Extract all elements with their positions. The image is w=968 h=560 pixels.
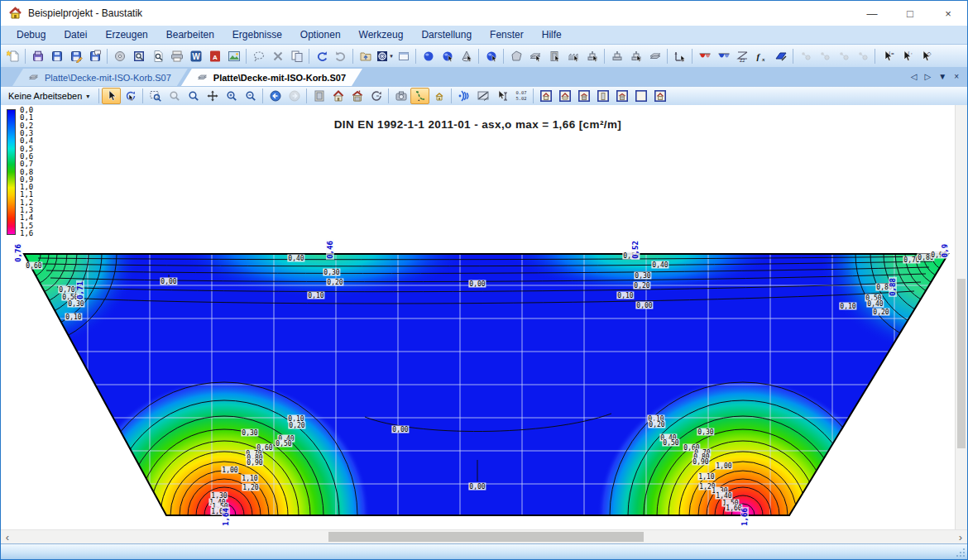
moment-diagram-button[interactable] bbox=[695, 47, 714, 65]
scroll-right-arrow-icon[interactable]: › bbox=[954, 530, 967, 543]
horizontal-scrollbar[interactable]: ‹ › bbox=[1, 529, 967, 543]
open-project-button[interactable] bbox=[28, 47, 47, 65]
menu-item-werkzeug[interactable]: Werkzeug bbox=[350, 29, 413, 41]
export-pdf-button[interactable]: A bbox=[205, 47, 224, 65]
arrange-windows-button[interactable] bbox=[394, 47, 413, 65]
vertical-scrollbar[interactable] bbox=[955, 105, 967, 529]
tab-close-button[interactable]: × bbox=[954, 73, 959, 81]
minimize-button[interactable]: — bbox=[853, 1, 891, 26]
document-tab[interactable]: Platte\Decke-mit-ISO-Korb.S07 bbox=[181, 69, 362, 86]
undo-button[interactable] bbox=[312, 47, 331, 65]
print-preview-button[interactable] bbox=[129, 47, 148, 65]
horizontal-scroll-thumb[interactable] bbox=[328, 532, 644, 542]
pick-beam-button[interactable] bbox=[582, 47, 601, 65]
viewport-4-button[interactable] bbox=[593, 88, 612, 104]
redo-button[interactable] bbox=[331, 47, 350, 65]
signal-button[interactable] bbox=[454, 88, 473, 104]
zoom-in-button[interactable] bbox=[222, 88, 241, 104]
pick-sphere-button[interactable] bbox=[438, 47, 457, 65]
maximize-button[interactable]: □ bbox=[891, 1, 929, 26]
lasso-select-button[interactable] bbox=[249, 47, 268, 65]
viewport-6-button[interactable] bbox=[631, 88, 650, 104]
save-edit-button[interactable] bbox=[66, 47, 85, 65]
menu-item-optionen[interactable]: Optionen bbox=[291, 29, 350, 41]
insert-plate-button[interactable] bbox=[645, 47, 664, 65]
pick-solid-button[interactable] bbox=[482, 47, 501, 65]
select-free-button[interactable]: ◇ bbox=[916, 47, 935, 65]
import-folder-button[interactable] bbox=[356, 47, 375, 65]
zoom-dynamic-button[interactable] bbox=[184, 88, 203, 104]
axis-tool-button[interactable] bbox=[670, 47, 689, 65]
camera-button[interactable] bbox=[391, 88, 410, 104]
zoom-window-button[interactable] bbox=[146, 88, 165, 104]
export-image-button[interactable] bbox=[224, 47, 243, 65]
pick-plate-button[interactable] bbox=[525, 47, 544, 65]
view-back-button[interactable] bbox=[266, 88, 285, 104]
viewport-5-button[interactable] bbox=[612, 88, 631, 104]
view-settings-button[interactable]: ▾ bbox=[375, 47, 394, 65]
pick-opening-button[interactable] bbox=[544, 47, 563, 65]
menu-item-bearbeiten[interactable]: Bearbeiten bbox=[157, 29, 223, 41]
view-front-button[interactable] bbox=[328, 88, 347, 104]
vertical-scroll-thumb[interactable] bbox=[957, 279, 966, 448]
select-tool-button[interactable] bbox=[102, 88, 121, 104]
document-tab[interactable]: Platte\Decke-mit-ISO-Korb.S07 bbox=[12, 69, 188, 86]
delete-button[interactable] bbox=[268, 47, 287, 65]
viewport-1-button[interactable] bbox=[536, 88, 555, 104]
pick-cone-button[interactable] bbox=[457, 47, 476, 65]
workplane-dropdown[interactable]: Keine Arbeitseben ▾ bbox=[3, 88, 96, 104]
deflection-diagram-button[interactable] bbox=[714, 47, 733, 65]
view-door-button[interactable] bbox=[309, 88, 328, 104]
node-tool-3-button[interactable] bbox=[834, 47, 853, 65]
node-tool-1-button[interactable] bbox=[796, 47, 815, 65]
rotate-select-button[interactable] bbox=[121, 88, 140, 104]
pick-support-button[interactable] bbox=[563, 47, 582, 65]
menu-item-hilfe[interactable]: Hilfe bbox=[533, 29, 571, 41]
viewport-3-button[interactable] bbox=[574, 88, 593, 104]
contour-plot[interactable] bbox=[1, 105, 955, 529]
view-roof-button[interactable] bbox=[347, 88, 367, 104]
view-forward-button[interactable] bbox=[285, 88, 304, 104]
projection-button[interactable] bbox=[473, 88, 492, 104]
menu-item-fenster[interactable]: Fenster bbox=[481, 29, 533, 41]
copy-button[interactable] bbox=[287, 47, 306, 65]
menu-item-datei[interactable]: Datei bbox=[55, 29, 96, 41]
send-button[interactable] bbox=[110, 47, 129, 65]
polygon-tool-button[interactable] bbox=[506, 47, 525, 65]
tab-list-button[interactable]: ▼ bbox=[938, 73, 946, 81]
measure-button[interactable] bbox=[492, 88, 511, 104]
print-button[interactable] bbox=[167, 47, 186, 65]
shear-diagram-button[interactable] bbox=[771, 47, 790, 65]
export-word-button[interactable]: W bbox=[186, 47, 205, 65]
function-button[interactable]: fx bbox=[752, 47, 771, 65]
page-view-button[interactable] bbox=[148, 47, 167, 65]
insert-support-button[interactable] bbox=[607, 47, 626, 65]
select-point-button[interactable]: [·] bbox=[897, 47, 916, 65]
scroll-left-arrow-icon[interactable]: ‹ bbox=[1, 530, 14, 543]
node-tool-4-button[interactable] bbox=[853, 47, 872, 65]
resize-grip-icon[interactable] bbox=[955, 547, 966, 558]
new-document-button[interactable] bbox=[3, 47, 22, 65]
menu-item-ergebnisse[interactable]: Ergebnisse bbox=[223, 29, 291, 41]
viewport-7-button[interactable] bbox=[650, 88, 669, 104]
close-button[interactable]: × bbox=[929, 1, 967, 26]
menu-item-erzeugen[interactable]: Erzeugen bbox=[96, 29, 156, 41]
view-rotate-button[interactable] bbox=[367, 88, 386, 104]
home-view-button[interactable] bbox=[429, 88, 448, 104]
save-button[interactable] bbox=[47, 47, 66, 65]
select-range-button[interactable]: [=] bbox=[878, 47, 897, 65]
zoom-out-button[interactable] bbox=[241, 88, 260, 104]
coordinates-button[interactable]: 0.075.02 bbox=[511, 88, 530, 104]
walk-path-button[interactable] bbox=[410, 88, 429, 104]
tab-scroll-right-button[interactable]: ▷ bbox=[925, 73, 932, 81]
pan-button[interactable] bbox=[203, 88, 222, 104]
menu-item-darstellung[interactable]: Darstellung bbox=[412, 29, 481, 41]
drawing-canvas[interactable]: 0,600,000,700,500,300,100,400,300,200,10… bbox=[1, 105, 955, 529]
zoom-previous-button[interactable] bbox=[165, 88, 184, 104]
influence-line-button[interactable]: Z2 bbox=[733, 47, 752, 65]
tab-scroll-left-button[interactable]: ◁ bbox=[911, 73, 918, 81]
node-tool-2-button[interactable] bbox=[815, 47, 834, 65]
insert-column-button[interactable] bbox=[626, 47, 645, 65]
save-comment-button[interactable] bbox=[85, 47, 104, 65]
shaded-view-button[interactable] bbox=[419, 47, 438, 65]
